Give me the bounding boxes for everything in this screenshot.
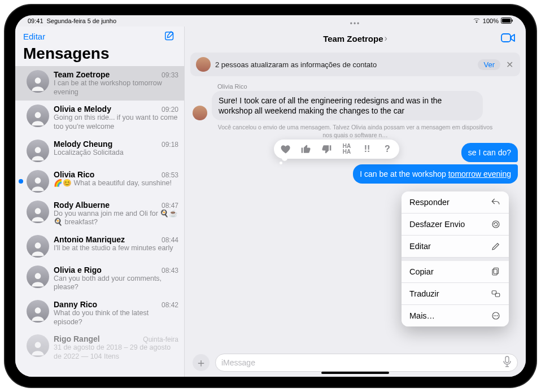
svg-point-6 [35, 147, 41, 153]
message-input-wrap[interactable] [215, 354, 518, 372]
avatar [27, 201, 49, 223]
chevron-right-icon: › [385, 33, 387, 43]
conversation-item[interactable]: Melody Cheung 09:18 Localização Solicita… [15, 136, 184, 166]
wifi-icon [473, 18, 481, 24]
avatar [196, 57, 211, 72]
conversation-time: 09:20 [162, 106, 178, 114]
reply-icon [491, 197, 501, 207]
conversation-item[interactable]: Antonio Manriquez 08:44 I'll be at the s… [15, 231, 184, 262]
outgoing-message-bubble-selected[interactable]: I can be at the workshop tomorrow evenin… [353, 164, 518, 184]
message-bubble[interactable]: Sure! I took care of all the engineering… [212, 91, 483, 120]
unread-dot-icon [19, 81, 23, 86]
context-menu-item[interactable]: Desfazer Envio [402, 214, 509, 236]
conversation-item[interactable]: Rody Albuerne 08:47 Do you wanna join me… [15, 197, 184, 231]
battery-icon [501, 18, 513, 25]
edit-button[interactable]: Editar [23, 32, 45, 41]
svg-point-20 [494, 315, 495, 316]
conversation-item[interactable]: Rigo Rangel Quinta-feira 31 de agosto de… [15, 330, 184, 365]
context-menu-item[interactable]: Copiar [402, 258, 509, 283]
avatar [193, 106, 207, 120]
message-input[interactable] [221, 358, 503, 367]
conversation-item[interactable]: Olivia e Rigo 08:43 Can you both add you… [15, 262, 184, 296]
conversation-time: Quinta-feira [143, 336, 178, 343]
chat-header[interactable]: Team Zoetrope › [185, 27, 526, 50]
svg-rect-1 [502, 19, 511, 23]
svg-point-11 [35, 307, 41, 313]
tapback-picker: HAHA !! ? [274, 140, 399, 159]
conversation-item[interactable]: Danny Rico 08:42 What do you think of th… [15, 296, 184, 330]
conversation-time: 08:53 [162, 171, 178, 179]
message-thread: Olivia Rico Sure! I took care of all the… [185, 81, 526, 352]
tapback-haha-icon[interactable]: HAHA [341, 143, 353, 155]
dictation-button[interactable] [503, 356, 512, 369]
tapback-exclaim-icon[interactable]: !! [361, 143, 373, 155]
conversation-name: Antonio Manriquez [54, 235, 125, 244]
conversation-list: Team Zoetrope 09:33 I can be at the work… [15, 66, 184, 377]
avatar [27, 104, 49, 127]
unread-dot-icon [19, 276, 23, 281]
context-menu-item[interactable]: Responder [402, 191, 509, 214]
unread-dot-icon [19, 311, 23, 316]
conversation-name: Melody Cheung [54, 140, 112, 149]
undo-icon [491, 219, 501, 229]
conversation-time: 08:47 [162, 202, 178, 210]
banner-text: 2 pessoas atualizaram as informações de … [215, 60, 473, 69]
svg-rect-2 [512, 19, 513, 21]
facetime-button[interactable] [501, 32, 516, 43]
tapback-question-icon[interactable]: ? [381, 143, 394, 155]
avatar [27, 300, 49, 323]
context-menu-item[interactable]: Editar [402, 236, 509, 258]
context-menu-label: Traduzir [409, 289, 439, 298]
screen: 09:41 Segunda-feira 5 de junho 100% Edit… [15, 15, 526, 377]
compose-button[interactable] [164, 30, 176, 42]
chat-title: Team Zoetrope [323, 34, 383, 43]
conversation-preview: Can you both add your comments, please? [54, 275, 178, 292]
status-bar: 09:41 Segunda-feira 5 de junho 100% [15, 15, 526, 27]
battery-label: 100% [483, 18, 499, 24]
unread-dot-icon [19, 116, 23, 120]
sidebar: Editar Mensagens Team Zoetrope 09:33 I c… [15, 27, 185, 377]
conversation-name: Rigo Rangel [54, 334, 100, 343]
context-menu-item[interactable]: Traduzir [402, 283, 509, 305]
conversation-preview: Localização Solicitada [54, 149, 178, 158]
contact-update-banner: 2 pessoas atualizaram as informações de … [190, 53, 520, 76]
unread-dot-icon [19, 244, 23, 249]
pencil-icon [491, 241, 501, 251]
context-menu-label: Editar [409, 242, 431, 251]
conversation-preview: Going on this ride... if you want to com… [54, 114, 178, 131]
banner-view-button[interactable]: Ver [478, 59, 500, 70]
conversation-item[interactable]: Olivia e Melody 09:20 Going on this ride… [15, 101, 184, 135]
attach-button[interactable]: ＋ [193, 354, 210, 371]
avatar [27, 170, 49, 193]
svg-point-7 [35, 177, 41, 184]
svg-rect-23 [505, 356, 509, 363]
svg-point-8 [35, 208, 41, 214]
svg-rect-16 [492, 269, 497, 275]
chat-pane: ••• Team Zoetrope › 2 pessoas atualizara… [185, 27, 526, 377]
avatar [27, 70, 49, 93]
conversation-item[interactable]: Team Zoetrope 09:33 I can be at the work… [15, 66, 184, 101]
context-menu-label: Copiar [409, 267, 434, 276]
sidebar-title: Mensagens [15, 43, 184, 66]
conversation-time: 09:33 [162, 71, 178, 79]
context-menu-item[interactable]: Mais… [402, 305, 509, 326]
svg-point-12 [35, 342, 41, 349]
avatar [27, 235, 49, 258]
tapback-thumbs-up-icon[interactable] [300, 143, 312, 155]
conversation-preview: 🌈😊 What a beautiful day, sunshine! [54, 179, 178, 188]
tapback-heart-icon[interactable] [280, 143, 292, 155]
conversation-name: Team Zoetrope [54, 70, 110, 79]
home-indicator[interactable] [321, 372, 389, 374]
conversation-time: 08:44 [162, 236, 178, 244]
svg-rect-13 [501, 34, 511, 42]
sender-name: Olivia Rico [217, 83, 483, 90]
message-context-menu: Responder Desfazer Envio Editar Copiar T… [402, 191, 509, 326]
tapback-thumbs-down-icon[interactable] [320, 143, 333, 155]
conversation-time: 08:42 [162, 301, 178, 309]
outgoing-message-bubble[interactable]: se I can do? [461, 143, 518, 162]
svg-point-22 [497, 315, 498, 316]
banner-close-button[interactable]: ✕ [505, 59, 514, 70]
conversation-item[interactable]: Olivia Rico 08:53 🌈😊 What a beautiful da… [15, 166, 184, 197]
svg-point-4 [35, 77, 41, 84]
svg-point-9 [35, 242, 41, 249]
